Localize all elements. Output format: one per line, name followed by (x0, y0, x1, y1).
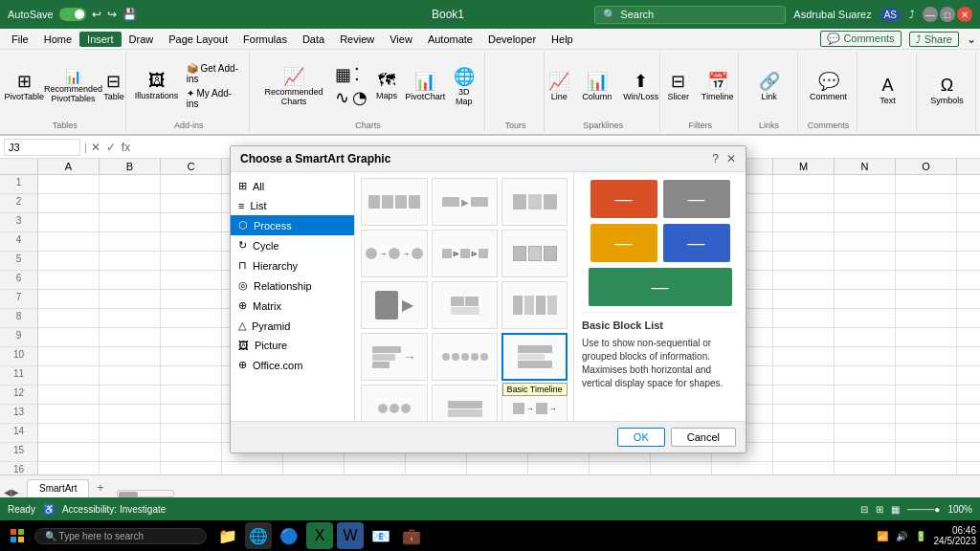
timeline-button[interactable]: 📅 Timeline (698, 69, 738, 104)
grid-cell[interactable] (896, 290, 957, 309)
grid-cell[interactable] (161, 328, 222, 347)
grid-cell[interactable] (835, 424, 896, 443)
scroll-right-icon[interactable]: ▶ (11, 487, 19, 497)
grid-cell[interactable] (100, 366, 161, 386)
grid-cell[interactable] (957, 252, 980, 271)
grid-cell[interactable] (161, 213, 222, 232)
share-icon[interactable]: ⤴ (909, 9, 915, 20)
window-controls[interactable]: — □ ✕ (923, 7, 972, 22)
grid-cell[interactable] (896, 271, 957, 290)
grid-cell[interactable] (222, 462, 283, 474)
thumb-6[interactable] (501, 230, 568, 277)
start-button[interactable] (4, 522, 31, 549)
save-icon[interactable]: 💾 (122, 8, 137, 21)
cat-list[interactable]: ≡ List (231, 196, 354, 215)
grid-cell[interactable] (773, 309, 835, 328)
cat-pyramid[interactable]: △ Pyramid (231, 316, 354, 336)
thumb-14[interactable] (432, 385, 498, 421)
grid-cell[interactable] (957, 443, 980, 462)
view-normal-icon[interactable]: ⊟ (860, 504, 868, 515)
collapse-ribbon-icon[interactable]: ⌄ (967, 33, 976, 46)
grid-cell[interactable] (896, 405, 957, 424)
thumb-5[interactable]: ⊳ ⊳ (432, 230, 498, 277)
sheet-tab-smartart[interactable]: SmartArt (27, 479, 89, 497)
minimize-button[interactable]: — (923, 7, 938, 22)
grid-cell[interactable] (773, 443, 835, 462)
grid-cell[interactable] (957, 232, 980, 252)
menu-file[interactable]: File (4, 32, 36, 47)
table-button[interactable]: ⊟ Table (99, 69, 129, 104)
grid-cell[interactable] (896, 252, 957, 271)
accessibility-icon[interactable]: ♿ (43, 504, 55, 515)
grid-cell[interactable] (345, 462, 406, 474)
menu-draw[interactable]: Draw (122, 32, 162, 47)
sheet-nav[interactable]: ◀ ▶ (4, 487, 19, 497)
grid-cell[interactable] (896, 366, 957, 386)
autosave-toggle[interactable] (59, 8, 86, 21)
taskbar-edge[interactable]: 🔵 (276, 522, 302, 549)
grid-cell[interactable] (957, 347, 980, 366)
grid-cell[interactable] (957, 424, 980, 443)
grid-cell[interactable] (896, 194, 957, 213)
grid-cell[interactable] (896, 213, 957, 232)
3d-map-button[interactable]: 🌐 3D Map (449, 64, 479, 109)
dialog-help-icon[interactable]: ? (712, 152, 719, 165)
grid-cell[interactable] (38, 424, 100, 443)
grid-cell[interactable] (161, 386, 222, 405)
grid-cell[interactable] (528, 462, 590, 474)
grid-cell[interactable] (38, 194, 100, 213)
grid-cell[interactable] (835, 462, 896, 474)
grid-cell[interactable] (835, 443, 896, 462)
grid-cell[interactable] (896, 347, 957, 366)
redo-icon[interactable]: ↪ (107, 8, 117, 21)
grid-cell[interactable] (835, 366, 896, 386)
menu-automate[interactable]: Automate (420, 32, 480, 47)
taskbar-search[interactable]: 🔍 Type here to search (34, 528, 207, 544)
symbols-button[interactable]: Ω Symbols (926, 74, 968, 108)
grid-cell[interactable] (957, 175, 980, 194)
grid-cell[interactable] (38, 309, 100, 328)
thumb-9[interactable] (501, 281, 568, 329)
search-box[interactable]: 🔍 Search (594, 6, 786, 24)
grid-cell[interactable] (773, 213, 835, 232)
recommended-pivottables-button[interactable]: 📊 Recommended PivotTables (52, 67, 95, 106)
taskbar-excel[interactable]: X (306, 522, 333, 549)
cat-picture[interactable]: 🖼 Picture (231, 336, 354, 355)
grid-cell[interactable] (835, 309, 896, 328)
grid-cell[interactable] (773, 386, 835, 405)
grid-cell[interactable] (161, 309, 222, 328)
grid-cell[interactable] (38, 271, 100, 290)
grid-cell[interactable] (651, 462, 712, 474)
grid-cell[interactable] (38, 328, 100, 347)
grid-cell[interactable] (38, 462, 100, 474)
grid-cell[interactable] (773, 252, 835, 271)
grid-cell[interactable] (161, 462, 222, 474)
thumb-2[interactable]: ▶ (432, 178, 498, 226)
grid-cell[interactable] (100, 462, 161, 474)
grid-cell[interactable] (896, 232, 957, 252)
thumb-8[interactable] (432, 281, 498, 329)
cancel-button[interactable]: Cancel (671, 428, 736, 447)
cat-process[interactable]: ⬡ Process (231, 215, 354, 235)
grid-cell[interactable] (835, 213, 896, 232)
comments-button[interactable]: 💬 Comments (820, 31, 901, 47)
grid-cell[interactable] (100, 213, 161, 232)
column-sparkline-button[interactable]: 📊 Column (578, 69, 615, 104)
grid-cell[interactable] (100, 386, 161, 405)
grid-cell[interactable] (38, 175, 100, 194)
grid-cell[interactable] (467, 462, 528, 474)
ok-button[interactable]: OK (617, 428, 665, 447)
grid-cell[interactable] (38, 347, 100, 366)
pivot-table-button[interactable]: ⊞ PivotTable (0, 69, 48, 104)
grid-cell[interactable] (773, 175, 835, 194)
grid-cell[interactable] (835, 232, 896, 252)
menu-insert[interactable]: Insert (79, 32, 122, 47)
grid-cell[interactable] (957, 386, 980, 405)
grid-cell[interactable] (773, 462, 835, 474)
grid-cell[interactable] (957, 366, 980, 386)
grid-cell[interactable] (712, 462, 773, 474)
grid-cell[interactable] (38, 366, 100, 386)
confirm-formula-icon[interactable]: ✓ (106, 141, 116, 154)
grid-cell[interactable] (773, 232, 835, 252)
view-layout-icon[interactable]: ⊞ (876, 504, 883, 515)
